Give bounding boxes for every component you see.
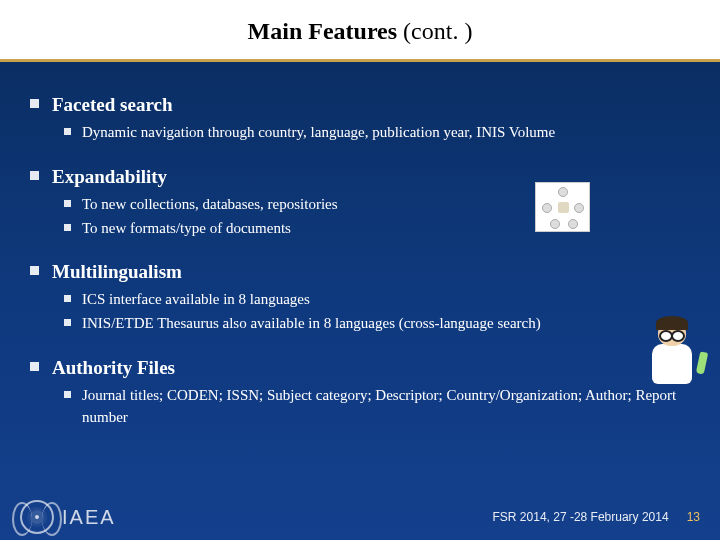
event-date: FSR 2014, 27 -28 February 2014 <box>493 510 669 524</box>
section-heading: Authority Files <box>52 357 680 379</box>
slide: Main Features (cont. ) Faceted search Dy… <box>0 0 720 540</box>
scientist-icon <box>644 318 702 394</box>
atom-olive-icon <box>20 500 54 534</box>
section-faceted-search: Faceted search Dynamic navigation throug… <box>52 94 680 144</box>
list-item: To new formats/type of documents <box>82 218 680 240</box>
accent-line <box>0 60 720 62</box>
list-item: To new collections, databases, repositor… <box>82 194 680 216</box>
section-authority-files: Authority Files Journal titles; CODEN; I… <box>52 357 680 429</box>
list-item: ICS interface available in 8 languages <box>82 289 680 311</box>
footer: IAEA FSR 2014, 27 -28 February 2014 13 <box>0 494 720 540</box>
section-heading: Multilingualism <box>52 261 680 283</box>
diagram-icon <box>535 182 590 232</box>
title-suffix: (cont. ) <box>397 18 472 44</box>
title-band: Main Features (cont. ) <box>0 0 720 62</box>
iaea-logo: IAEA <box>20 500 116 534</box>
content-area: Faceted search Dynamic navigation throug… <box>0 62 720 428</box>
section-list: Dynamic navigation through country, lang… <box>52 122 680 144</box>
slide-title: Main Features (cont. ) <box>0 18 720 45</box>
list-item: Journal titles; CODEN; ISSN; Subject cat… <box>82 385 680 429</box>
section-list: Journal titles; CODEN; ISSN; Subject cat… <box>52 385 680 429</box>
section-list: ICS interface available in 8 languages I… <box>52 289 680 335</box>
section-heading: Faceted search <box>52 94 680 116</box>
org-name: IAEA <box>62 506 116 529</box>
section-multilingualism: Multilingualism ICS interface available … <box>52 261 680 335</box>
list-item: INIS/ETDE Thesaurus also available in 8 … <box>82 313 680 335</box>
title-main: Main Features <box>248 18 398 44</box>
list-item: Dynamic navigation through country, lang… <box>82 122 680 144</box>
page-number: 13 <box>687 510 700 524</box>
